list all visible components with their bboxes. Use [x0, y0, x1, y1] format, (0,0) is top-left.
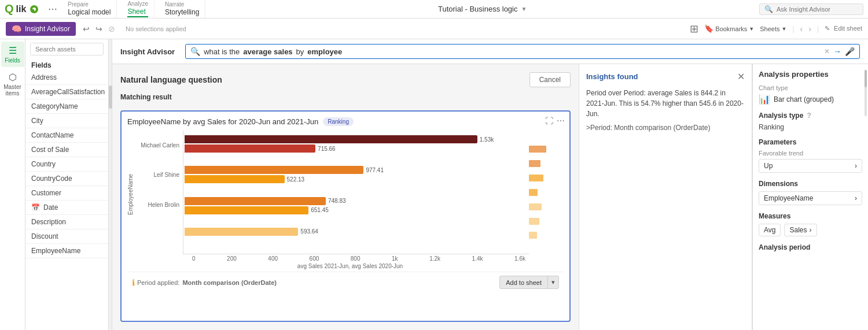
bar-helen-2021-val: 748.83 — [328, 198, 346, 204]
chevron-down-icon: › — [855, 162, 857, 170]
master-items-icon: ⬡ — [9, 72, 17, 83]
field-item-country[interactable]: Country — [25, 157, 108, 172]
toolbar: 🧠 Insight Advisor ↩ ↪ ⊘ No selections ap… — [0, 18, 868, 39]
prev-sheet-icon[interactable]: ‹ — [800, 24, 803, 34]
props-scrollbar-thumb — [865, 70, 867, 87]
chart-inner: Michael Carlen Leif Shine Helen Brolin — [137, 131, 564, 269]
insights-panel: Insights found ✕ Period over Period: ave… — [579, 64, 752, 330]
field-item-city[interactable]: City — [25, 114, 108, 128]
insights-close-btn[interactable]: ✕ — [737, 71, 745, 82]
measure-agg-chip[interactable]: Avg — [759, 224, 781, 236]
fields-section-title: Fields — [25, 59, 108, 71]
master-items-label: Master items — [3, 84, 22, 97]
field-item-employeename[interactable]: EmployeeName — [25, 244, 108, 258]
ask-insight-input[interactable]: 🔍 — [759, 3, 863, 15]
icon-column: ☰ Fields ⬡ Master items — [0, 39, 25, 330]
insight-advisor-btn[interactable]: 🧠 Insight Advisor — [6, 22, 76, 36]
search-clear-icon[interactable]: ✕ — [824, 47, 830, 55]
period-info: ℹ Period applied: Month comparison (Orde… — [132, 278, 277, 287]
nav-analyze[interactable]: Analyze Sheet — [122, 0, 155, 18]
clear-icon[interactable]: ⊘ — [108, 24, 115, 34]
field-item-description[interactable]: Description — [25, 215, 108, 229]
cancel-button[interactable]: Cancel — [529, 72, 571, 87]
fields-list-items: Address AverageCallSatisfaction Category… — [25, 71, 108, 330]
info-icon: ℹ — [132, 278, 135, 287]
period-text: Period applied: Month comparison (OrderD… — [137, 279, 277, 286]
sheets-btn[interactable]: Sheets ▼ — [760, 25, 786, 32]
toolbar-right: ⊞ 🔖 Bookmarks ▼ Sheets ▼ | ‹ › | ✎ Edit … — [690, 23, 862, 35]
bar-helen-2020-val: 651.45 — [311, 207, 329, 213]
favorable-trend-label: Favorable trend — [759, 150, 862, 157]
analysis-props-panel: Analysis properties Chart type 📊 Bar cha… — [752, 64, 868, 330]
search-mic-icon[interactable]: 🎤 — [845, 47, 855, 56]
x-1-6k: 1.6k — [514, 255, 525, 262]
add-to-sheet-btn[interactable]: Add to sheet ▾ — [499, 276, 559, 289]
spark-3 — [529, 175, 543, 181]
bar-helen-2: 651.45 — [185, 206, 529, 214]
master-items-nav-item[interactable]: ⬡ Master items — [1, 68, 24, 100]
x-1-4k: 1.4k — [472, 255, 483, 262]
app-title-dropdown-icon[interactable]: ▼ — [521, 6, 527, 12]
insights-link[interactable]: >Period: Month comparison (OrderDate) — [586, 124, 710, 132]
x-1k: 1k — [392, 255, 398, 262]
ia-search-text-bold2: employee — [307, 47, 342, 56]
field-item-categoryname[interactable]: CategoryName — [25, 99, 108, 114]
add-to-sheet-dropdown-icon[interactable]: ▾ — [547, 276, 558, 288]
ia-search-text-bold1: average sales — [243, 47, 292, 56]
edit-sheet-btn[interactable]: ✎ Edit sheet — [825, 25, 862, 32]
bar-row-3: 748.83 651.45 — [183, 192, 529, 223]
nav-prepare[interactable]: Prepare Logical model — [62, 0, 117, 17]
fields-search-input[interactable] — [30, 43, 104, 55]
nav-narrate[interactable]: Narrate Storytelling — [159, 0, 205, 17]
bar-leif-2020 — [185, 175, 285, 183]
field-item-contactname[interactable]: ContactName — [25, 128, 108, 143]
next-sheet-icon[interactable]: › — [808, 24, 811, 34]
divider: | — [792, 25, 794, 33]
search-submit-icon[interactable]: → — [833, 47, 841, 56]
favorable-trend-value: Up — [764, 162, 773, 170]
insights-title: Insights found — [586, 72, 638, 81]
parameters-title: Parameters — [759, 138, 862, 146]
nlq-title-bar: Natural language question Cancel — [120, 72, 571, 87]
dots-menu[interactable]: ⋯ — [48, 3, 57, 14]
prop-chart-type: Chart type 📊 Bar chart (grouped) — [759, 84, 862, 105]
fields-nav-item[interactable]: ☰ Fields — [1, 42, 24, 67]
field-item-countrycode[interactable]: CountryCode — [25, 172, 108, 186]
field-item-date[interactable]: 📅 Date — [25, 201, 108, 215]
ia-content: Insight Advisor 🔍 what is the average sa… — [112, 39, 868, 330]
bar-michael-2020 — [185, 144, 315, 153]
bar-leif-2020-val: 522.13 — [287, 176, 305, 183]
field-item-address[interactable]: Address — [25, 71, 108, 85]
chart-expand-icon[interactable]: ⛶ — [545, 116, 553, 125]
y-axis-title: EmployeeName — [127, 131, 137, 269]
analysis-type-value: Ranking — [759, 123, 862, 131]
ia-header-title: Insight Advisor — [120, 47, 175, 56]
bar-row4-2021-val: 593.64 — [300, 228, 318, 235]
ia-search-bar[interactable]: 🔍 what is the average sales by employee … — [185, 44, 860, 59]
qlik-logo: Q lik — [5, 2, 39, 16]
spark-7 — [529, 232, 537, 239]
fields-scrollbar-track[interactable] — [109, 39, 112, 330]
dimension-chip[interactable]: EmployeeName › — [759, 191, 862, 205]
bar-helen-2021 — [185, 197, 326, 205]
ask-insight-field[interactable] — [777, 6, 852, 13]
selection-back-icon[interactable]: ↩ — [83, 24, 90, 34]
period-value: Month comparison (OrderDate) — [182, 279, 277, 286]
ia-search-text-mid: by — [296, 47, 304, 56]
bookmarks-btn[interactable]: 🔖 Bookmarks ▼ — [704, 24, 754, 33]
help-icon[interactable]: ? — [807, 112, 811, 120]
dimension-chevron-icon: › — [855, 194, 857, 202]
selection-forward-icon[interactable]: ↪ — [95, 24, 102, 34]
props-scrollbar-track[interactable] — [865, 70, 867, 116]
measure-field-chip[interactable]: Sales › — [784, 224, 816, 236]
chart-menu-icon[interactable]: ⋯ — [557, 116, 565, 125]
x-600: 600 — [310, 255, 319, 262]
field-item-costofsale[interactable]: Cost of Sale — [25, 143, 108, 157]
field-item-customer[interactable]: Customer — [25, 186, 108, 201]
favorable-trend-dropdown[interactable]: Up › — [759, 159, 862, 173]
field-item-discount[interactable]: Discount — [25, 229, 108, 244]
analysis-period-title: Analysis period — [759, 243, 862, 251]
field-item-avgcall[interactable]: AverageCallSatisfaction — [25, 85, 108, 99]
grid-icon[interactable]: ⊞ — [690, 23, 698, 35]
bookmarks-chevron: ▼ — [749, 26, 754, 32]
